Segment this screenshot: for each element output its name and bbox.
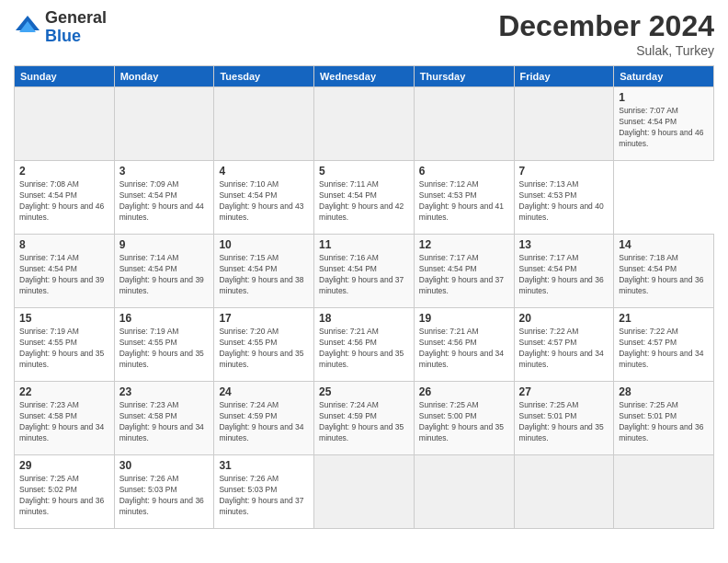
day-info: Sunrise: 7:08 AMSunset: 4:54 PMDaylight:… xyxy=(19,179,109,224)
day-cell: 9Sunrise: 7:14 AMSunset: 4:54 PMDaylight… xyxy=(114,235,214,308)
day-number: 9 xyxy=(119,238,210,251)
day-number: 15 xyxy=(19,312,109,325)
day-number: 27 xyxy=(519,385,609,398)
col-header-monday: Monday xyxy=(114,66,214,87)
day-number: 7 xyxy=(519,165,609,178)
day-info: Sunrise: 7:21 AMSunset: 4:56 PMDaylight:… xyxy=(419,327,509,371)
day-number: 21 xyxy=(619,312,709,325)
day-cell: 21Sunrise: 7:22 AMSunset: 4:57 PMDayligh… xyxy=(614,308,714,382)
day-info: Sunrise: 7:17 AMSunset: 4:54 PMDaylight:… xyxy=(519,253,609,297)
month-title: December 2024 xyxy=(498,9,714,43)
week-row: 29Sunrise: 7:25 AMSunset: 5:02 PMDayligh… xyxy=(15,455,714,529)
day-number: 10 xyxy=(219,238,309,251)
day-number: 16 xyxy=(119,312,210,325)
day-info: Sunrise: 7:14 AMSunset: 4:54 PMDaylight:… xyxy=(119,253,210,297)
empty-cell xyxy=(314,87,415,161)
day-number: 22 xyxy=(19,385,109,398)
day-cell: 25Sunrise: 7:24 AMSunset: 4:59 PMDayligh… xyxy=(314,382,415,455)
day-cell: 10Sunrise: 7:15 AMSunset: 4:54 PMDayligh… xyxy=(214,235,314,308)
day-info: Sunrise: 7:14 AMSunset: 4:54 PMDaylight:… xyxy=(19,253,109,297)
day-info: Sunrise: 7:15 AMSunset: 4:54 PMDaylight:… xyxy=(219,253,309,297)
day-number: 17 xyxy=(219,312,309,325)
day-info: Sunrise: 7:25 AMSunset: 5:02 PMDaylight:… xyxy=(19,474,109,518)
day-number: 19 xyxy=(419,312,509,325)
col-header-sunday: Sunday xyxy=(15,66,115,87)
day-number: 24 xyxy=(219,385,309,398)
day-info: Sunrise: 7:13 AMSunset: 4:53 PMDaylight:… xyxy=(519,179,609,224)
day-info: Sunrise: 7:17 AMSunset: 4:54 PMDaylight:… xyxy=(419,253,509,297)
empty-cell xyxy=(314,455,415,529)
day-cell: 28Sunrise: 7:25 AMSunset: 5:01 PMDayligh… xyxy=(614,382,714,455)
empty-cell xyxy=(414,455,514,529)
empty-cell xyxy=(114,87,214,161)
location-subtitle: Sulak, Turkey xyxy=(498,43,714,58)
day-info: Sunrise: 7:19 AMSunset: 4:55 PMDaylight:… xyxy=(19,327,109,371)
day-info: Sunrise: 7:25 AMSunset: 5:01 PMDaylight:… xyxy=(619,400,709,444)
logo-general: General xyxy=(45,9,107,28)
day-cell: 3Sunrise: 7:09 AMSunset: 4:54 PMDaylight… xyxy=(114,161,214,235)
day-cell: 12Sunrise: 7:17 AMSunset: 4:54 PMDayligh… xyxy=(414,235,514,308)
day-number: 20 xyxy=(519,312,609,325)
day-cell: 15Sunrise: 7:19 AMSunset: 4:55 PMDayligh… xyxy=(15,308,115,382)
day-info: Sunrise: 7:21 AMSunset: 4:56 PMDaylight:… xyxy=(319,327,409,371)
day-number: 4 xyxy=(219,165,309,178)
col-header-wednesday: Wednesday xyxy=(314,66,415,87)
day-number: 30 xyxy=(119,459,210,472)
day-cell: 13Sunrise: 7:17 AMSunset: 4:54 PMDayligh… xyxy=(514,235,614,308)
day-info: Sunrise: 7:11 AMSunset: 4:54 PMDaylight:… xyxy=(319,179,409,224)
day-cell: 7Sunrise: 7:13 AMSunset: 4:53 PMDaylight… xyxy=(514,161,614,235)
day-cell: 22Sunrise: 7:23 AMSunset: 4:58 PMDayligh… xyxy=(15,382,115,455)
day-info: Sunrise: 7:24 AMSunset: 4:59 PMDaylight:… xyxy=(219,400,309,444)
day-cell: 19Sunrise: 7:21 AMSunset: 4:56 PMDayligh… xyxy=(414,308,514,382)
day-info: Sunrise: 7:26 AMSunset: 5:03 PMDaylight:… xyxy=(219,474,309,518)
day-info: Sunrise: 7:16 AMSunset: 4:54 PMDaylight:… xyxy=(319,253,409,297)
day-number: 25 xyxy=(319,385,409,398)
day-cell: 26Sunrise: 7:25 AMSunset: 5:00 PMDayligh… xyxy=(414,382,514,455)
day-number: 28 xyxy=(619,385,709,398)
day-number: 23 xyxy=(119,385,210,398)
day-info: Sunrise: 7:20 AMSunset: 4:55 PMDaylight:… xyxy=(219,327,309,371)
day-number: 8 xyxy=(19,238,109,251)
day-cell: 27Sunrise: 7:25 AMSunset: 5:01 PMDayligh… xyxy=(514,382,614,455)
day-cell: 14Sunrise: 7:18 AMSunset: 4:54 PMDayligh… xyxy=(614,235,714,308)
day-cell: 16Sunrise: 7:19 AMSunset: 4:55 PMDayligh… xyxy=(114,308,214,382)
col-header-friday: Friday xyxy=(514,66,614,87)
day-cell: 1Sunrise: 7:07 AMSunset: 4:54 PMDaylight… xyxy=(614,87,714,161)
empty-cell xyxy=(514,87,614,161)
day-info: Sunrise: 7:12 AMSunset: 4:53 PMDaylight:… xyxy=(419,179,509,224)
day-cell: 18Sunrise: 7:21 AMSunset: 4:56 PMDayligh… xyxy=(314,308,415,382)
logo-blue: Blue xyxy=(45,28,107,46)
empty-cell xyxy=(614,455,714,529)
day-info: Sunrise: 7:22 AMSunset: 4:57 PMDaylight:… xyxy=(619,327,709,371)
week-row: 15Sunrise: 7:19 AMSunset: 4:55 PMDayligh… xyxy=(15,308,714,382)
logo: General Blue xyxy=(14,9,107,46)
day-cell: 11Sunrise: 7:16 AMSunset: 4:54 PMDayligh… xyxy=(314,235,415,308)
day-number: 14 xyxy=(619,238,709,251)
day-cell: 2Sunrise: 7:08 AMSunset: 4:54 PMDaylight… xyxy=(15,161,115,235)
empty-cell xyxy=(15,87,115,161)
day-cell: 24Sunrise: 7:24 AMSunset: 4:59 PMDayligh… xyxy=(214,382,314,455)
day-info: Sunrise: 7:26 AMSunset: 5:03 PMDaylight:… xyxy=(119,474,210,518)
week-row: 8Sunrise: 7:14 AMSunset: 4:54 PMDaylight… xyxy=(15,235,714,308)
week-row: 1Sunrise: 7:07 AMSunset: 4:54 PMDaylight… xyxy=(15,87,714,161)
day-cell: 20Sunrise: 7:22 AMSunset: 4:57 PMDayligh… xyxy=(514,308,614,382)
day-cell: 8Sunrise: 7:14 AMSunset: 4:54 PMDaylight… xyxy=(15,235,115,308)
empty-cell xyxy=(514,455,614,529)
day-number: 1 xyxy=(619,91,709,104)
day-cell: 17Sunrise: 7:20 AMSunset: 4:55 PMDayligh… xyxy=(214,308,314,382)
day-cell: 5Sunrise: 7:11 AMSunset: 4:54 PMDaylight… xyxy=(314,161,415,235)
day-info: Sunrise: 7:07 AMSunset: 4:54 PMDaylight:… xyxy=(619,106,709,150)
day-number: 3 xyxy=(119,165,210,178)
day-info: Sunrise: 7:23 AMSunset: 4:58 PMDaylight:… xyxy=(119,400,210,444)
day-number: 29 xyxy=(19,459,109,472)
day-info: Sunrise: 7:19 AMSunset: 4:55 PMDaylight:… xyxy=(119,327,210,371)
header-row: SundayMondayTuesdayWednesdayThursdayFrid… xyxy=(15,66,714,87)
calendar-table: SundayMondayTuesdayWednesdayThursdayFrid… xyxy=(14,65,714,529)
week-row: 2Sunrise: 7:08 AMSunset: 4:54 PMDaylight… xyxy=(15,161,714,235)
day-number: 11 xyxy=(319,238,409,251)
col-header-tuesday: Tuesday xyxy=(214,66,314,87)
day-cell: 31Sunrise: 7:26 AMSunset: 5:03 PMDayligh… xyxy=(214,455,314,529)
day-number: 12 xyxy=(419,238,509,251)
logo-text: General Blue xyxy=(45,9,107,46)
empty-cell xyxy=(214,87,314,161)
